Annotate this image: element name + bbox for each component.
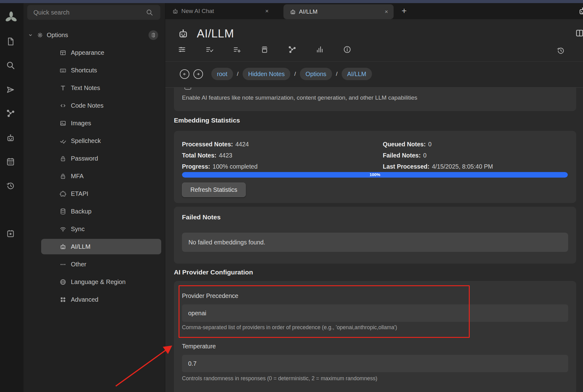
code-icon <box>59 102 67 109</box>
enable-ai-checkbox[interactable] <box>184 88 191 90</box>
arrow-right-icon <box>196 71 201 77</box>
app-window: Options Appearance Shortcuts Text Notes … <box>0 0 583 392</box>
globe-icon <box>59 278 67 286</box>
sidebar-item-sync[interactable]: Sync <box>41 221 161 237</box>
lock-icon <box>59 173 67 180</box>
sidebar-item-ai-llm[interactable]: AI/LLM <box>41 239 161 254</box>
breadcrumb-hidden-notes[interactable]: Hidden Notes <box>243 68 290 80</box>
more-options-icon[interactable] <box>579 46 583 55</box>
note-header: AI/LLM root / Hidden <box>165 19 583 88</box>
sidebar-item-mfa[interactable]: MFA <box>41 168 161 184</box>
sidebar-item-backup[interactable]: Backup <box>41 204 161 219</box>
ai-chat-icon[interactable] <box>6 133 15 143</box>
image-icon <box>59 120 67 127</box>
owned-attributes-icon[interactable] <box>205 45 214 54</box>
door-icon <box>150 32 156 38</box>
breadcrumb-options[interactable]: Options <box>300 68 332 80</box>
note-map-icon[interactable] <box>288 45 296 54</box>
options-tree: Options Appearance Shortcuts Text Notes … <box>24 27 165 309</box>
provider-precedence-input[interactable] <box>182 304 568 322</box>
spellcheck-icon <box>59 137 67 144</box>
sidebar-item-code-notes[interactable]: Code Notes <box>41 98 161 113</box>
calendar-icon[interactable] <box>6 157 15 166</box>
forward-button[interactable] <box>193 69 203 79</box>
quick-search-input[interactable] <box>27 5 160 20</box>
embedding-statistics-heading: Embedding Statistics <box>174 117 240 124</box>
failed-notes-empty-message: No failed embeddings found. <box>182 233 568 252</box>
page-title[interactable]: AI/LLM <box>197 27 234 40</box>
sidebar-item-text-notes[interactable]: Text Notes <box>41 80 161 96</box>
day-note-icon[interactable] <box>6 229 15 238</box>
ai-enable-card: Enable AI features like note summarizati… <box>174 88 576 111</box>
queued-notes-stat: Queued Notes:0 <box>383 141 432 148</box>
robot-icon <box>578 6 583 16</box>
grid-icon <box>59 296 67 303</box>
provider-precedence-label: Provider Precedence <box>182 292 238 299</box>
lock-icon <box>59 155 67 162</box>
note-paths-icon[interactable] <box>260 45 269 54</box>
breadcrumb-ai-llm[interactable]: AI/LLM <box>342 68 372 80</box>
robot-icon <box>178 28 189 39</box>
database-icon <box>59 208 67 215</box>
last-processed-stat: Last Processed:4/15/2025, 8:05:40 PM <box>383 163 493 170</box>
sidebar-item-other[interactable]: Other <box>41 256 161 272</box>
failed-notes-stat: Failed Notes:0 <box>383 152 426 159</box>
note-info-icon[interactable] <box>343 45 352 54</box>
recent-changes-icon[interactable] <box>6 181 15 191</box>
new-note-icon[interactable] <box>6 37 15 46</box>
embedding-statistics-card: Processed Notes:4424 Total Notes:4423 Pr… <box>174 131 576 203</box>
jump-to-note-icon[interactable] <box>6 85 15 94</box>
tab-ai-llm[interactable]: AI/LLM × <box>283 4 394 19</box>
tab-new-ai-chat[interactable]: New AI Chat × <box>172 3 274 19</box>
sidebar-item-appearance[interactable]: Appearance <box>41 45 161 60</box>
ribbon-tabs <box>178 45 352 54</box>
failed-notes-heading: Failed Notes <box>182 213 221 221</box>
ellipsis-icon <box>59 261 67 268</box>
temperature-label: Temperature <box>182 343 216 350</box>
back-button[interactable] <box>180 69 189 79</box>
close-icon[interactable]: × <box>265 8 269 15</box>
new-tab-button[interactable]: + <box>399 6 409 16</box>
provider-precedence-hint: Comma-separated list of providers in ord… <box>182 324 397 331</box>
similar-notes-icon[interactable] <box>315 45 324 54</box>
sidebar-item-shortcuts[interactable]: Shortcuts <box>41 62 161 78</box>
sidebar-item-images[interactable]: Images <box>41 115 161 131</box>
text-icon <box>59 84 67 92</box>
refresh-statistics-button[interactable]: Refresh Statistics <box>182 183 246 197</box>
tab-bar: New AI Chat × AI/LLM × + <box>165 3 583 19</box>
search-icon[interactable] <box>6 61 15 70</box>
chevron-down-icon[interactable] <box>28 32 33 38</box>
split-view-icon[interactable] <box>575 28 583 38</box>
window-title-strip <box>0 0 583 3</box>
breadcrumb-root[interactable]: root <box>211 68 233 80</box>
robot-icon <box>172 8 179 15</box>
revisions-icon[interactable] <box>556 46 565 55</box>
ai-provider-configuration-heading: AI Provider Configuration <box>174 269 253 276</box>
note-title-row: AI/LLM <box>178 27 234 40</box>
embedding-progress-bar: 100% <box>182 172 568 178</box>
wifi-icon <box>59 226 67 233</box>
header-right-actions <box>556 46 583 55</box>
robot-icon <box>59 243 67 250</box>
sidebar-item-spellcheck[interactable]: Spellcheck <box>41 133 161 149</box>
sidebar-item-options[interactable]: Options <box>24 27 161 43</box>
ribbon-divider <box>165 61 583 62</box>
launcher-bar <box>0 3 24 392</box>
temperature-input[interactable] <box>182 355 568 372</box>
trilium-logo <box>4 11 18 24</box>
ai-enable-description: Enable AI features like note summarizati… <box>182 94 417 101</box>
temperature-hint: Controls randomness in responses (0 = de… <box>182 375 377 382</box>
close-icon[interactable]: × <box>385 8 388 15</box>
sidebar-item-etapi[interactable]: ETAPI <box>41 186 161 201</box>
sidebar-item-password[interactable]: Password <box>41 151 161 166</box>
robot-icon <box>290 9 296 15</box>
unhoist-button[interactable] <box>149 30 158 40</box>
note-tree-panel: Options Appearance Shortcuts Text Notes … <box>24 3 165 392</box>
inherited-attributes-icon[interactable] <box>233 45 241 54</box>
sidebar-item-language-region[interactable]: Language & Region <box>41 274 161 290</box>
appearance-icon <box>59 49 67 56</box>
embedding-progress-label: 100% <box>182 172 568 178</box>
basic-properties-icon[interactable] <box>178 45 186 54</box>
sidebar-item-advanced[interactable]: Advanced <box>41 292 161 307</box>
note-map-icon[interactable] <box>6 109 15 118</box>
